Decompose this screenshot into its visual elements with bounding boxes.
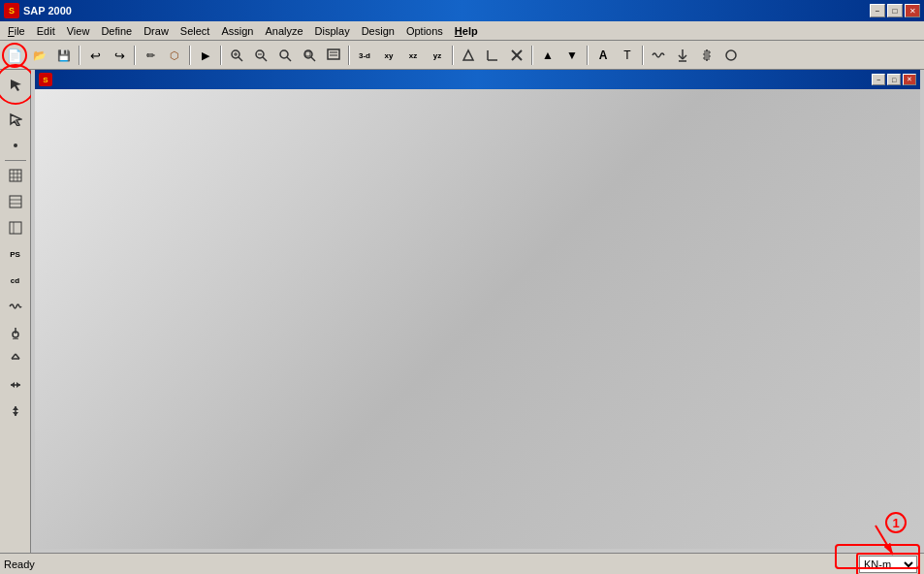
3d-view-button[interactable]: 3-d [353,44,376,67]
svg-line-8 [287,57,291,61]
sidebar-wave-button[interactable] [3,294,28,319]
toolbar-separator-8 [587,46,589,65]
mdi-title-bar: S − □ ✕ [35,70,920,89]
node-button[interactable]: ⬡ [163,44,186,67]
sidebar-pattern-button[interactable] [3,189,28,214]
svg-line-10 [311,57,315,61]
mdi-close-button[interactable]: ✕ [903,74,916,85]
mdi-minimize-button[interactable]: − [872,74,885,85]
zoom-pan-button[interactable] [273,44,297,67]
svg-rect-38 [10,222,21,234]
axes-button[interactable] [481,44,504,67]
status-text: Ready [4,558,35,570]
title-bar: S SAP 2000 − □ ✕ [0,0,924,21]
menu-options[interactable]: Options [400,23,449,39]
menu-display[interactable]: Display [309,23,356,39]
redo-button[interactable]: ↪ [108,44,131,67]
mdi-area: S − □ ✕ [31,70,924,553]
svg-point-26 [726,50,736,60]
pointer-button[interactable]: ▶ [194,44,217,67]
toolbar-separator-6 [452,46,454,65]
svg-marker-50 [13,406,18,410]
svg-marker-47 [11,382,15,388]
sidebar-hatch-button[interactable] [3,215,28,240]
toolbar: 📄 📂 💾 ↩ ↪ ✏ ⬡ ▶ 3-d xy x [0,41,924,70]
close-button[interactable]: ✕ [905,4,920,17]
svg-rect-35 [10,196,21,207]
down-arrow-button[interactable] [671,44,694,67]
unit-selector-container: KN-m KN-cm N-m N-mm kip-in kip-ft lb-in … [856,553,920,575]
sidebar-pin-button[interactable] [3,320,28,345]
xy-view-button[interactable]: xy [377,44,400,67]
svg-marker-28 [11,114,21,126]
toolbar-separator-1 [79,46,80,65]
persp-button[interactable] [457,44,480,67]
toolbar-separator-2 [134,46,136,65]
app-icon: S [4,3,19,18]
sidebar-point-button[interactable] [3,133,28,158]
menu-draw[interactable]: Draw [138,23,175,39]
sap-logo: S [4,3,19,18]
menu-select[interactable]: Select [175,23,216,39]
mdi-maximize-button[interactable]: □ [887,74,901,85]
zoom-in-button[interactable] [225,44,248,67]
svg-line-5 [263,57,267,61]
sidebar-select-button[interactable] [3,107,28,132]
menu-define[interactable]: Define [95,23,138,39]
text-button[interactable]: A [591,44,615,67]
wave-button[interactable] [647,44,670,67]
svg-marker-15 [463,50,473,60]
zoom-window-button[interactable] [298,44,321,67]
mdi-window-controls: − □ ✕ [872,74,916,85]
zoom-out-button[interactable] [249,44,272,67]
toolbar-separator-9 [642,46,644,65]
sidebar-mesh-button[interactable] [3,163,28,188]
menu-design[interactable]: Design [356,23,400,39]
menu-file[interactable]: File [2,23,31,39]
menu-assign[interactable]: Assign [215,23,259,39]
sidebar-ps-button[interactable]: PS [3,241,28,267]
svg-point-7 [280,50,288,58]
sidebar-separator-1 [5,160,26,161]
svg-rect-30 [10,170,21,181]
new-button[interactable]: 📄 [2,43,27,68]
sidebar-arrow-left-button[interactable] [3,372,28,398]
sidebar-pointer-button[interactable] [3,72,28,97]
toolbar-separator-7 [531,46,533,65]
save-button[interactable]: 💾 [52,44,76,67]
yz-view-button[interactable]: yz [426,44,449,67]
up-button[interactable]: ▲ [536,44,559,67]
sidebar: ② PS cd [0,70,31,553]
toolbar-separator-4 [220,46,222,65]
unit-select[interactable]: KN-m KN-cm N-m N-mm kip-in kip-ft lb-in … [859,556,917,573]
down-button[interactable]: ▼ [560,44,584,67]
undo-button[interactable]: ↩ [83,44,107,67]
maximize-button[interactable]: □ [887,4,903,17]
sidebar-arrow-down-button[interactable] [3,399,28,424]
window-controls: − □ ✕ [870,4,920,17]
zoom-all-button[interactable] [322,44,345,67]
menu-analyze[interactable]: Analyze [259,23,308,39]
svg-rect-12 [328,49,339,59]
open-button[interactable]: 📂 [28,44,51,67]
menu-bar: File Edit View Define Draw Select Assign… [0,21,924,41]
minimize-button[interactable]: − [870,4,885,17]
menu-view[interactable]: View [61,23,96,39]
text2-button[interactable]: T [616,44,639,67]
circle-button[interactable] [719,44,743,67]
svg-rect-11 [305,51,310,56]
edit-button[interactable]: ✏ [139,44,162,67]
mdi-icon: S [39,73,52,86]
menu-edit[interactable]: Edit [31,23,61,39]
mdi-window: S − □ ✕ [35,70,920,549]
status-bar: Ready KN-m KN-cm N-m N-mm kip-in kip-ft … [0,553,924,574]
sidebar-hinge-button[interactable] [3,346,28,371]
svg-point-29 [14,144,17,147]
delete-button[interactable] [505,44,528,67]
spring-button[interactable] [695,44,718,67]
menu-help[interactable]: Help [449,23,484,39]
xz-view-button[interactable]: xz [401,44,425,67]
sidebar-cd-button[interactable]: cd [3,268,28,293]
app-title: SAP 2000 [23,5,72,16]
mdi-title-left: S [39,73,56,86]
